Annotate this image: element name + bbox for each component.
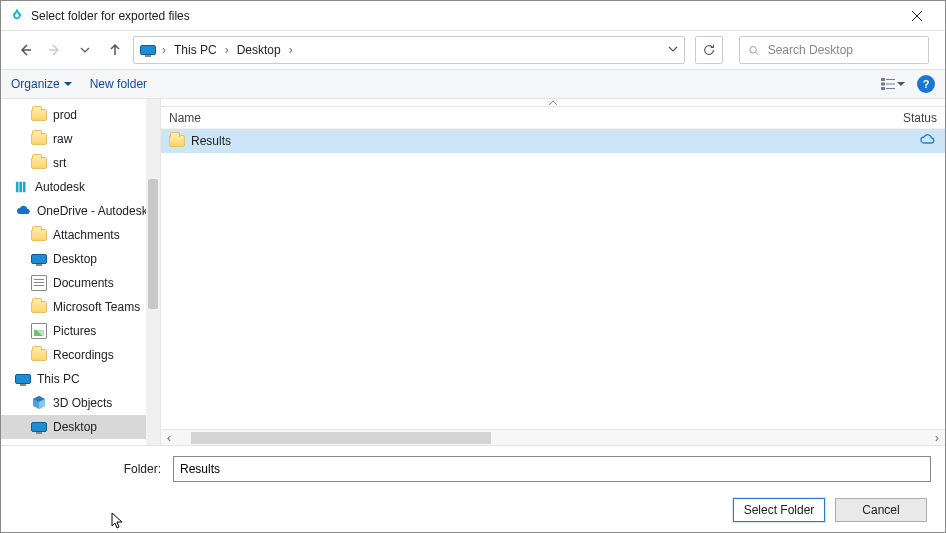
tree-item-label: OneDrive - Autodesk (37, 204, 148, 218)
folder-input[interactable] (173, 456, 931, 482)
column-sort-indicator[interactable] (161, 99, 945, 107)
address-history-dropdown[interactable] (668, 43, 678, 57)
help-button[interactable]: ? (917, 75, 935, 93)
tree-item[interactable]: raw (1, 127, 160, 151)
tree-item[interactable]: Pictures (1, 319, 160, 343)
close-icon (911, 10, 923, 22)
tree-item-label: raw (53, 132, 72, 146)
svg-rect-3 (881, 87, 885, 90)
title-text: Select folder for exported files (31, 9, 190, 23)
forward-button[interactable] (43, 38, 67, 62)
scroll-thumb[interactable] (191, 432, 491, 444)
new-folder-button[interactable]: New folder (90, 77, 147, 91)
tree-item-label: Desktop (53, 420, 97, 434)
chevron-down-icon (668, 44, 678, 54)
column-headers: Name Status (161, 107, 945, 129)
svg-rect-6 (886, 88, 895, 89)
app-icon (9, 8, 25, 24)
caret-down-icon (64, 80, 72, 88)
chevron-down-icon (80, 45, 90, 55)
close-button[interactable] (897, 2, 937, 30)
toolbar: Organize New folder ? (1, 69, 945, 99)
recent-dropdown[interactable] (73, 38, 97, 62)
svg-rect-8 (19, 182, 22, 193)
view-options[interactable] (879, 74, 907, 94)
chevron-up-icon (548, 100, 558, 106)
select-folder-button[interactable]: Select Folder (733, 498, 825, 522)
tree-item-label: Recordings (53, 348, 114, 362)
tree-item[interactable]: Desktop (1, 415, 160, 439)
tree-item-label: 3D Objects (53, 396, 112, 410)
folder-icon (169, 135, 185, 147)
file-list[interactable]: Results (161, 129, 945, 429)
tree-item-label: Attachments (53, 228, 120, 242)
svg-point-0 (750, 46, 757, 53)
cloud-status-icon (919, 132, 937, 151)
location-icon (140, 45, 156, 55)
horizontal-scrollbar[interactable]: ‹ › (161, 429, 945, 445)
organize-label: Organize (11, 77, 60, 91)
tree-item[interactable]: Microsoft Teams (1, 295, 160, 319)
search-icon (748, 44, 760, 57)
scroll-left-button[interactable]: ‹ (161, 431, 177, 445)
tree-item-label: Autodesk (35, 180, 85, 194)
chevron-right-icon: › (160, 43, 168, 57)
tree-item[interactable]: Autodesk (1, 175, 160, 199)
view-icon (881, 78, 895, 90)
navigation-tree[interactable]: prodrawsrtAutodeskOneDrive - AutodeskAtt… (1, 99, 161, 445)
breadcrumb-this-pc[interactable]: This PC (172, 43, 219, 57)
tree-item-label: srt (53, 156, 66, 170)
caret-down-icon (897, 80, 905, 88)
tree-item-label: Desktop (53, 252, 97, 266)
body: prodrawsrtAutodeskOneDrive - AutodeskAtt… (1, 99, 945, 445)
cancel-button[interactable]: Cancel (835, 498, 927, 522)
column-name[interactable]: Name (169, 111, 789, 125)
svg-rect-2 (881, 83, 885, 86)
tree-item[interactable]: This PC (1, 367, 160, 391)
refresh-icon (702, 43, 716, 57)
back-button[interactable] (13, 38, 37, 62)
svg-rect-5 (886, 84, 895, 85)
folder-picker-dialog: Select folder for exported files › This … (0, 0, 946, 533)
svg-rect-4 (886, 79, 895, 80)
file-list-panel: Name Status Results ‹ › (161, 99, 945, 445)
navbar: › This PC › Desktop › (1, 31, 945, 69)
tree-item-label: Microsoft Teams (53, 300, 140, 314)
search-box[interactable] (739, 36, 929, 64)
tree-item[interactable]: srt (1, 151, 160, 175)
sidebar-scrollbar[interactable] (146, 99, 160, 445)
svg-rect-7 (16, 182, 19, 193)
folder-label: Folder: (15, 462, 165, 476)
column-status[interactable]: Status (903, 111, 937, 125)
tree-item-label: Documents (53, 276, 114, 290)
chevron-right-icon: › (287, 43, 295, 57)
tree-item[interactable]: Documents (1, 271, 160, 295)
scroll-track[interactable] (177, 432, 929, 444)
scrollbar-thumb[interactable] (148, 179, 158, 309)
cursor-icon (111, 512, 125, 530)
address-bar[interactable]: › This PC › Desktop › (133, 36, 685, 64)
footer: Folder: Select Folder Cancel (1, 445, 945, 532)
tree-item-label: Pictures (53, 324, 96, 338)
tree-item-label: prod (53, 108, 77, 122)
tree-item[interactable]: Desktop (1, 247, 160, 271)
tree-item[interactable]: OneDrive - Autodesk (1, 199, 160, 223)
up-button[interactable] (103, 38, 127, 62)
breadcrumb-desktop[interactable]: Desktop (235, 43, 283, 57)
svg-rect-9 (23, 182, 26, 193)
organize-menu[interactable]: Organize (11, 77, 72, 91)
svg-rect-1 (881, 78, 885, 81)
scroll-right-button[interactable]: › (929, 431, 945, 445)
chevron-right-icon: › (223, 43, 231, 57)
tree-item[interactable]: prod (1, 103, 160, 127)
search-input[interactable] (766, 42, 920, 58)
titlebar: Select folder for exported files (1, 1, 945, 31)
list-item[interactable]: Results (161, 129, 945, 153)
refresh-button[interactable] (695, 36, 723, 64)
tree-item[interactable]: Recordings (1, 343, 160, 367)
tree-item[interactable]: Attachments (1, 223, 160, 247)
tree-item-label: This PC (37, 372, 80, 386)
tree-item[interactable]: 3D Objects (1, 391, 160, 415)
item-name: Results (191, 134, 231, 148)
